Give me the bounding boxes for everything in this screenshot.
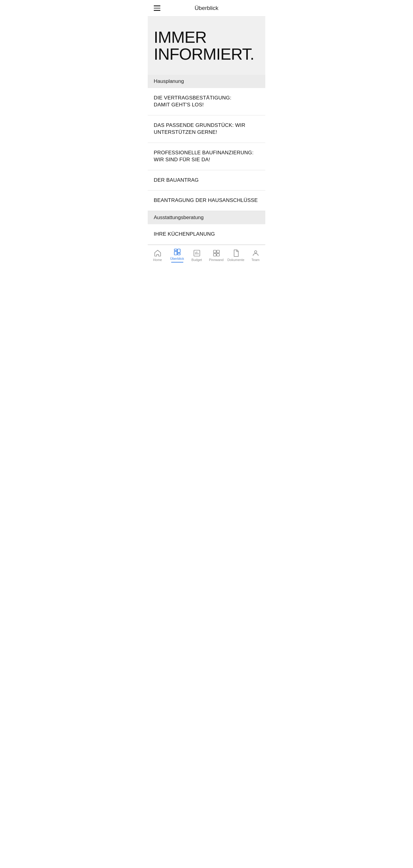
svg-rect-10 — [213, 253, 216, 256]
nav-item-dokumente[interactable]: Dokumente — [226, 247, 246, 264]
list-item[interactable]: DIE VERTRAGSBESTÄTIGUNG:DAMIT GEHT'S LOS… — [148, 88, 265, 116]
bottom-navigation: Home Überblick Budget Pinnwand — [148, 245, 265, 266]
active-underline — [171, 262, 183, 262]
pinnwand-icon — [212, 249, 220, 257]
team-icon — [252, 249, 260, 257]
svg-rect-2 — [178, 249, 180, 253]
list-item-text: IHRE KÜCHENPLANUNG — [154, 231, 259, 238]
nav-label-dokumente: Dokumente — [227, 258, 244, 261]
nav-item-ueberblick[interactable]: Überblick — [167, 247, 187, 264]
list-item-text: DIE VERTRAGSBESTÄTIGUNG:DAMIT GEHT'S LOS… — [154, 95, 259, 108]
nav-label-ueberblick: Überblick — [170, 257, 184, 260]
nav-item-pinnwand[interactable]: Pinnwand — [206, 247, 226, 264]
home-icon — [154, 249, 161, 257]
list-item-text: DAS PASSENDE GRUNDSTÜCK: WIR UNTERSTÜTZE… — [154, 122, 259, 136]
list-item[interactable]: DAS PASSENDE GRUNDSTÜCK: WIR UNTERSTÜTZE… — [148, 116, 265, 143]
menu-button[interactable] — [152, 4, 161, 12]
hero-text: IMMER INFORMIERT. — [154, 29, 259, 63]
section-header-ausstattungsberatung: Ausstattungsberatung — [148, 211, 265, 224]
nav-item-budget[interactable]: Budget — [187, 247, 206, 264]
nav-label-budget: Budget — [191, 258, 202, 261]
ueberblick-icon — [173, 248, 181, 256]
list-item[interactable]: PROFESSIONELLE BAUFINANZIERUNG:WIR SIND … — [148, 143, 265, 170]
list-item[interactable]: BEANTRAGUNG DER HAUSANSCHLÜSSE — [148, 190, 265, 211]
svg-rect-8 — [213, 250, 216, 253]
svg-rect-9 — [217, 250, 219, 253]
list-item-text: PROFESSIONELLE BAUFINANZIERUNG:WIR SIND … — [154, 150, 259, 163]
svg-rect-0 — [174, 249, 177, 251]
nav-item-home[interactable]: Home — [148, 247, 167, 264]
nav-label-home: Home — [153, 258, 162, 261]
header-title: Überblick — [161, 5, 252, 11]
header: Überblick — [148, 0, 265, 17]
nav-label-pinnwand: Pinnwand — [209, 258, 224, 261]
list-item-text: BEANTRAGUNG DER HAUSANSCHLÜSSE — [154, 197, 259, 204]
nav-item-team[interactable]: Team — [246, 247, 265, 264]
list-item-text: DER BAUANTRAG — [154, 177, 259, 184]
content-list: Hausplanung DIE VERTRAGSBESTÄTIGUNG:DAMI… — [148, 75, 265, 245]
section-header-hausplanung: Hausplanung — [148, 75, 265, 88]
svg-rect-3 — [178, 253, 180, 255]
svg-rect-11 — [217, 253, 219, 256]
list-item[interactable]: IHRE KÜCHENPLANUNG — [148, 224, 265, 245]
svg-point-12 — [255, 251, 257, 253]
list-item[interactable]: DER BAUANTRAG — [148, 170, 265, 191]
dokumente-icon — [232, 249, 240, 257]
svg-rect-1 — [174, 251, 177, 255]
nav-label-team: Team — [252, 258, 260, 261]
budget-icon — [193, 249, 201, 257]
hero-section: IMMER INFORMIERT. — [148, 17, 265, 75]
